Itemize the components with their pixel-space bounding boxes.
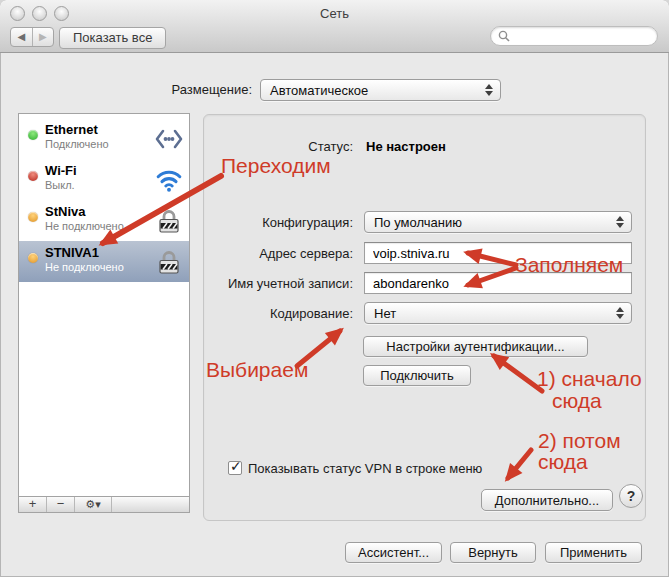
service-name: StNiva	[45, 205, 124, 220]
annotation-second-step-line2: сюда	[538, 450, 588, 474]
forward-button[interactable]: ▶	[33, 28, 54, 46]
service-status: Не подключено	[45, 261, 124, 274]
search-input[interactable]	[510, 28, 657, 44]
gear-icon: ⚙	[85, 498, 95, 510]
auth-settings-button[interactable]: Настройки аутентификации...	[363, 336, 588, 357]
status-dot-red	[28, 171, 38, 181]
location-label: Размещение:	[0, 82, 252, 97]
sidebar-item-stniva[interactable]: StNiva Не подключено	[19, 200, 189, 241]
show-vpn-status-checkbox[interactable]: ✓	[228, 461, 242, 475]
service-name: STNIVA1	[45, 246, 124, 261]
annotation-first-step-line1: 1) сначало	[537, 367, 642, 391]
checkmark-icon: ✓	[230, 458, 242, 474]
status-value: Не настроен	[366, 139, 446, 154]
configuration-label: Конфигурация:	[204, 215, 353, 230]
service-name: Ethernet	[45, 123, 109, 138]
configuration-popup-value: По умолчанию	[374, 215, 462, 230]
gear-menu-button[interactable]: ⚙▾	[75, 497, 112, 512]
location-popup[interactable]: Автоматическое	[260, 79, 501, 101]
connect-button[interactable]: Подключить	[363, 365, 471, 386]
stepper-icon	[616, 216, 624, 228]
advanced-button[interactable]: Дополнительно...	[481, 489, 613, 511]
sidebar-item-wifi[interactable]: Wi-Fi Выкл.	[19, 159, 189, 200]
wifi-icon	[154, 167, 184, 193]
remove-service-button[interactable]: −	[47, 497, 75, 512]
annotation-go-here: Переходим	[221, 154, 331, 178]
chevron-down-icon: ▾	[95, 498, 101, 510]
network-preferences-window: Сеть ◀ ▶ Показать все Размещение: Автома…	[0, 0, 669, 577]
encoding-label: Кодирование:	[204, 306, 353, 321]
sidebar-item-stniva1[interactable]: STNIVA1 Не подключено	[19, 241, 189, 282]
services-list: Ethernet Подключено Wi-Fi Выкл.	[19, 114, 189, 497]
service-status: Выкл.	[45, 179, 77, 192]
sidebar-item-ethernet[interactable]: Ethernet Подключено	[19, 118, 189, 159]
encoding-popup-value: Нет	[374, 306, 396, 321]
vpn-lock-icon	[154, 249, 184, 275]
apply-button[interactable]: Применить	[545, 542, 642, 563]
service-name: Wi-Fi	[45, 164, 77, 179]
sidebar-toolbar: + − ⚙▾	[19, 496, 189, 512]
services-sidebar: Ethernet Подключено Wi-Fi Выкл.	[18, 113, 190, 513]
show-vpn-status-label: Показывать статус VPN в строке меню	[248, 461, 482, 476]
service-status: Не подключено	[45, 220, 124, 233]
status-dot-orange	[28, 253, 38, 263]
window-title: Сеть	[0, 6, 669, 21]
encoding-popup[interactable]: Нет	[364, 302, 632, 324]
assistant-button[interactable]: Ассистент...	[345, 542, 442, 563]
stepper-icon	[485, 84, 493, 96]
back-button[interactable]: ◀	[11, 28, 33, 46]
stepper-icon	[616, 307, 624, 319]
vpn-lock-icon	[154, 208, 184, 234]
server-address-label: Адрес сервера:	[204, 246, 353, 261]
configuration-popup[interactable]: По умолчанию	[364, 211, 632, 233]
location-popup-value: Автоматическое	[270, 83, 368, 98]
annotation-first-step-line2: сюда	[552, 389, 602, 413]
annotation-choose: Выбираем	[206, 358, 308, 382]
status-dot-orange	[28, 212, 38, 222]
status-label: Статус:	[204, 139, 353, 154]
nav-segmented-control: ◀ ▶	[10, 27, 54, 47]
add-service-button[interactable]: +	[19, 497, 47, 512]
search-field-container	[490, 26, 658, 46]
search-icon	[498, 30, 510, 42]
annotation-fill-in: Заполняем	[515, 253, 623, 277]
titlebar: Сеть ◀ ▶ Показать все	[0, 0, 669, 53]
show-all-button[interactable]: Показать все	[59, 27, 166, 49]
help-button[interactable]: ?	[619, 484, 643, 508]
account-name-label: Имя учетной записи:	[204, 276, 353, 291]
revert-button[interactable]: Вернуть	[450, 542, 536, 563]
status-dot-green	[28, 130, 38, 140]
ethernet-icon	[154, 126, 184, 152]
service-status: Подключено	[45, 138, 109, 151]
